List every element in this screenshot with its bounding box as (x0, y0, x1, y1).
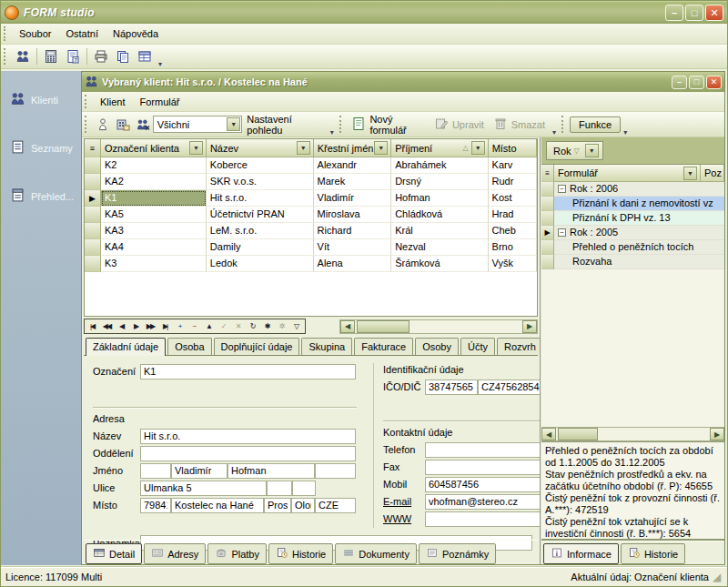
table-cell[interactable]: KA3 (101, 223, 207, 239)
tab-historie[interactable]: Historie (268, 543, 333, 564)
functions-overflow-icon[interactable]: ▾ (621, 128, 630, 137)
forms-list-row[interactable]: ▶−Rok : 2005 (541, 226, 724, 240)
table-cell[interactable]: Hrad (489, 207, 537, 223)
navigator-filter-icon[interactable]: ▽ (289, 319, 304, 333)
forms-item-row[interactable]: Přehled o peněžních tocích (554, 240, 724, 255)
chevron-down-icon[interactable]: ▼ (585, 144, 599, 157)
table-cell[interactable]: Alena (314, 256, 392, 272)
toolbar-overflow-icon[interactable]: ▾ (156, 60, 165, 68)
forms-list-row[interactable]: Přiznání k dani z nemovitostí vz (541, 197, 724, 211)
column-header-3[interactable]: Křestní jméno▼ (314, 139, 392, 157)
forms-list-row[interactable]: Rozvaha (541, 255, 724, 269)
navigator-refresh-icon[interactable]: ↻ (246, 319, 260, 333)
scroll-thumb[interactable] (357, 320, 410, 333)
menu-soubor[interactable]: Soubor (12, 25, 58, 42)
delete-button[interactable]: Smazat (489, 115, 550, 135)
ulice-field[interactable] (140, 481, 267, 496)
table-cell[interactable]: Brno (489, 239, 537, 256)
table-cell[interactable]: Damily (207, 239, 314, 256)
sidebar-item-klienti[interactable]: Klienti (1, 86, 81, 114)
table-cell[interactable]: LeM. s.r.o. (207, 223, 314, 239)
column-header-2[interactable]: Název▼ (207, 139, 314, 157)
jmeno-title-field[interactable] (140, 463, 171, 479)
tab-ty[interactable]: Účty (460, 338, 495, 355)
table-cell[interactable]: Karv (489, 157, 537, 174)
calculator-icon[interactable] (41, 47, 61, 66)
navigator-cancel-icon[interactable]: ✕ (231, 319, 246, 333)
oznaceni-field[interactable] (140, 364, 356, 380)
tab-fakturace[interactable]: Fakturace (354, 338, 413, 355)
collapse-icon[interactable]: − (558, 185, 566, 193)
table-cell[interactable]: Marek (314, 174, 392, 190)
navigator-edit-icon[interactable]: ▲ (202, 319, 217, 333)
client-minimize-button[interactable]: – (672, 76, 687, 89)
navigator-goto-bookmark-icon[interactable]: ✲ (275, 319, 289, 333)
tab-osoba[interactable]: Osoba (167, 338, 211, 355)
navigator-post-icon[interactable]: ✓ (217, 319, 231, 333)
scroll-right-icon[interactable]: ▶ (522, 320, 537, 333)
tab-osoby[interactable]: Osoby (415, 338, 459, 355)
table-cell[interactable]: K3 (101, 256, 207, 272)
sidebar-item-seznamy[interactable]: Seznamy (1, 134, 81, 162)
navigator-fast-prior-icon[interactable]: ◀◀ (100, 319, 115, 333)
table-row[interactable]: KA4DamilyVítNezvalBrno (85, 239, 537, 256)
navigator-delete-icon[interactable]: − (187, 319, 202, 333)
table-row[interactable]: K2KoberceAlexandrAbrahámekKarv (85, 157, 537, 174)
group-field-chip[interactable]: Rok ▽ ▼ (546, 141, 603, 160)
info-tab-informace[interactable]: iInformace (543, 543, 619, 564)
table-cell[interactable]: Rudr (489, 174, 537, 190)
client-menu-formul[interactable]: Formulář (133, 94, 187, 110)
company-icon[interactable] (114, 116, 132, 134)
client-close-button[interactable]: ✕ (706, 76, 722, 89)
forms-item-row[interactable]: Přiznání k DPH vz. 13 (554, 211, 724, 226)
forms-group-row[interactable]: −Rok : 2005 (554, 226, 724, 240)
forms-item-row[interactable]: Přiznání k dani z nemovitostí vz (554, 197, 724, 211)
www-link[interactable]: WWW (383, 513, 425, 524)
table-cell[interactable]: Miroslava (314, 207, 392, 223)
tab-poznmky[interactable]: Poznámky (419, 543, 496, 564)
table-cell[interactable]: Richard (314, 223, 392, 239)
forms-hscrollbar[interactable]: ◀ ▶ (541, 427, 724, 441)
toolbar-overflow-icon[interactable]: ▾ (328, 128, 337, 137)
column-header-5[interactable]: Místo (489, 139, 537, 157)
table-cell[interactable]: Král (391, 223, 488, 239)
table-cell[interactable]: KA2 (101, 174, 207, 190)
table-cell[interactable]: Hit s.r.o. (207, 190, 314, 207)
forms-list-row[interactable]: −Rok : 2006 (541, 182, 724, 197)
grid-hscrollbar[interactable]: ◀ ▶ (339, 319, 538, 334)
column-options-icon[interactable]: ≡ (541, 165, 554, 182)
scroll-left-icon[interactable]: ◀ (340, 320, 355, 333)
table-cell[interactable]: Vyšk (489, 256, 537, 272)
person-icon[interactable] (94, 116, 112, 134)
table-cell[interactable]: K2 (101, 157, 207, 174)
form-doc-icon[interactable]: 7 (63, 47, 83, 66)
all-clients-icon[interactable] (134, 116, 152, 134)
table-cell[interactable]: Ledok (207, 256, 314, 272)
chevron-down-icon[interactable]: ▼ (227, 117, 240, 131)
forms-list-row[interactable]: Přehled o peněžních tocích (541, 240, 724, 255)
table-cell[interactable]: Koberce (207, 157, 314, 174)
table-cell[interactable]: Vít (314, 239, 392, 256)
table-row[interactable]: ▶K1Hit s.r.o.VladimírHofmanKost (85, 190, 537, 207)
resize-grip[interactable]: ◢ (713, 572, 724, 583)
table-cell[interactable]: KA4 (101, 239, 207, 256)
navigator-bookmark-icon[interactable]: ✱ (260, 319, 275, 333)
navigator-insert-icon[interactable]: + (173, 319, 187, 333)
copy-icon[interactable] (113, 47, 133, 66)
oddeleni-field[interactable] (140, 446, 356, 461)
forms-group-row[interactable]: −Rok : 2006 (554, 182, 724, 197)
table-row[interactable]: KA2SKR v.o.s.MarekDrsnýRudr (85, 174, 537, 190)
psc-field[interactable] (140, 498, 171, 513)
poznamka-column-header[interactable]: Poz (701, 165, 724, 182)
tab-doplujcdaje[interactable]: Doplňující údaje (214, 338, 300, 355)
table-cell[interactable]: K1 (101, 190, 207, 207)
column-filter-icon[interactable]: ▼ (471, 141, 485, 155)
stat-field[interactable] (315, 498, 356, 513)
table-icon[interactable] (135, 47, 155, 66)
email-link[interactable]: E-mail (383, 496, 425, 507)
tab-skupina[interactable]: Skupina (301, 338, 352, 355)
column-header-4[interactable]: Příjmení△▼ (391, 139, 488, 157)
collapse-icon[interactable]: − (558, 228, 566, 237)
tab-platby[interactable]: Platby (207, 543, 267, 564)
tab-dokumenty[interactable]: Dokumenty (335, 543, 417, 564)
